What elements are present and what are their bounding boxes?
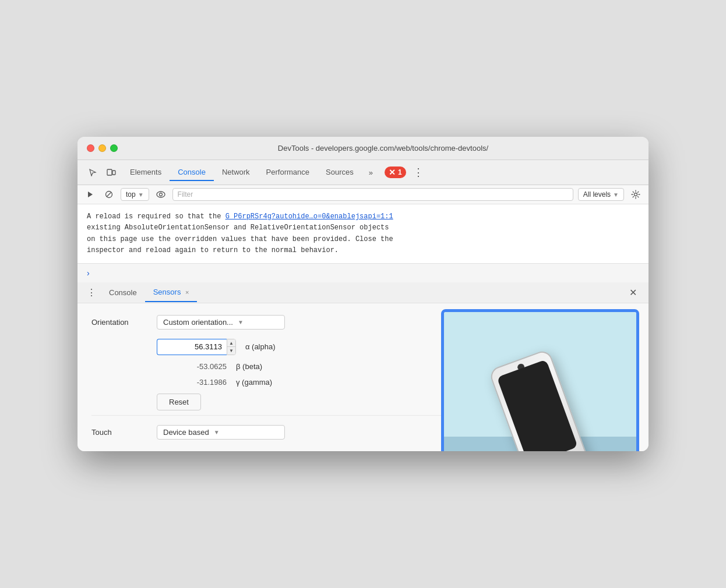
error-icon: ✕: [389, 168, 396, 177]
svg-rect-0: [107, 169, 112, 175]
touch-arrow-icon: ▼: [214, 429, 220, 435]
devtools-menu-button[interactable]: ⋮: [408, 164, 428, 181]
svg-point-7: [635, 193, 637, 196]
title-bar: DevTools - developers.google.com/web/too…: [77, 137, 649, 160]
alpha-label: α (alpha): [245, 342, 276, 351]
levels-arrow-icon: ▼: [613, 192, 619, 198]
tab-bottom-console[interactable]: Console: [101, 284, 145, 302]
orientation-label: Orientation: [91, 318, 150, 327]
bottom-panel: ⋮ Console Sensors × ✕ Orientation Custom…: [77, 282, 649, 451]
touch-dropdown[interactable]: Device based ▼: [157, 425, 285, 440]
close-button[interactable]: [87, 144, 94, 152]
tab-bottom-sensors[interactable]: Sensors ×: [145, 283, 198, 302]
eye-icon[interactable]: [154, 187, 168, 201]
svg-marker-2: [88, 192, 93, 197]
orientation-arrow-icon: ▼: [238, 319, 244, 325]
reset-button[interactable]: Reset: [157, 394, 201, 410]
console-message-line4: inspector and reload again to return to …: [87, 246, 339, 254]
tab-elements[interactable]: Elements: [122, 164, 170, 181]
bottom-tab-bar: ⋮ Console Sensors × ✕: [77, 282, 649, 303]
gamma-value: -31.1986: [157, 378, 227, 387]
console-message-prefix: A reload is required so that the: [87, 212, 225, 221]
main-toolbar: Elements Console Network Performance Sou…: [77, 160, 649, 185]
levels-selector[interactable]: All levels ▼: [578, 188, 624, 201]
block-icon[interactable]: [102, 187, 116, 201]
close-panel-button[interactable]: ✕: [622, 284, 644, 302]
tab-console[interactable]: Console: [170, 164, 214, 181]
console-prompt[interactable]: ›: [77, 264, 649, 282]
device-toggle-icon[interactable]: [103, 164, 119, 180]
maximize-button[interactable]: [110, 144, 118, 152]
console-message-line3: on this page use the overridden values t…: [87, 235, 393, 243]
context-selector[interactable]: top ▼: [121, 188, 149, 201]
cursor-icon[interactable]: [84, 164, 101, 180]
devtools-window: DevTools - developers.google.com/web/too…: [77, 137, 649, 451]
console-message-link[interactable]: G_P6rpRSr4g?autohide…o=0&enablejsapi=1:1: [225, 212, 393, 221]
context-arrow-icon: ▼: [138, 192, 144, 198]
minimize-button[interactable]: [98, 144, 106, 152]
error-count: 1: [398, 168, 402, 176]
levels-value: All levels: [583, 190, 611, 199]
filter-input[interactable]: Filter: [172, 188, 573, 201]
tab-network[interactable]: Network: [214, 164, 258, 181]
bottom-panel-menu[interactable]: ⋮: [82, 282, 101, 303]
phone-viz-inner: [444, 312, 636, 451]
orientation-value: Custom orientation...: [163, 318, 233, 327]
tab-performance[interactable]: Performance: [258, 164, 318, 181]
context-value: top: [126, 190, 136, 199]
touch-label: Touch: [91, 428, 150, 437]
beta-label: β (beta): [236, 362, 262, 371]
console-settings-button[interactable]: [629, 187, 643, 201]
error-badge[interactable]: ✕ 1: [385, 167, 406, 178]
more-tabs-button[interactable]: »: [364, 166, 378, 179]
alpha-stepper[interactable]: ▲ ▼: [227, 339, 236, 355]
svg-point-6: [159, 193, 162, 196]
console-output: A reload is required so that the G_P6rpR…: [77, 204, 649, 264]
traffic-lights: [87, 144, 118, 152]
tab-bar: Elements Console Network Performance Sou…: [122, 164, 362, 181]
svg-rect-1: [112, 171, 115, 175]
filter-placeholder: Filter: [178, 190, 193, 199]
alpha-input[interactable]: [157, 339, 227, 355]
touch-value: Device based: [163, 428, 209, 437]
alpha-stepper-up[interactable]: ▲: [227, 339, 235, 348]
phone-visualization: [441, 309, 639, 451]
orientation-dropdown[interactable]: Custom orientation... ▼: [157, 315, 285, 330]
beta-value: -53.0625: [157, 362, 227, 371]
console-toolbar: top ▼ Filter All levels ▼: [77, 185, 649, 204]
run-script-button[interactable]: [83, 187, 97, 201]
alpha-input-wrap: ▲ ▼: [157, 339, 236, 355]
svg-line-4: [107, 192, 111, 197]
window-title: DevTools - developers.google.com/web/too…: [127, 144, 639, 153]
console-message-line2: existing AbsoluteOrientationSensor and R…: [87, 224, 389, 232]
sensors-tab-close[interactable]: ×: [185, 289, 189, 296]
sensors-tab-label: Sensors: [153, 288, 181, 296]
gamma-label: γ (gamma): [236, 378, 272, 387]
sensors-panel: Orientation Custom orientation... ▼ ▲ ▼: [77, 303, 649, 451]
alpha-stepper-down[interactable]: ▼: [227, 347, 235, 355]
svg-point-5: [157, 192, 165, 197]
tab-sources[interactable]: Sources: [318, 164, 362, 181]
